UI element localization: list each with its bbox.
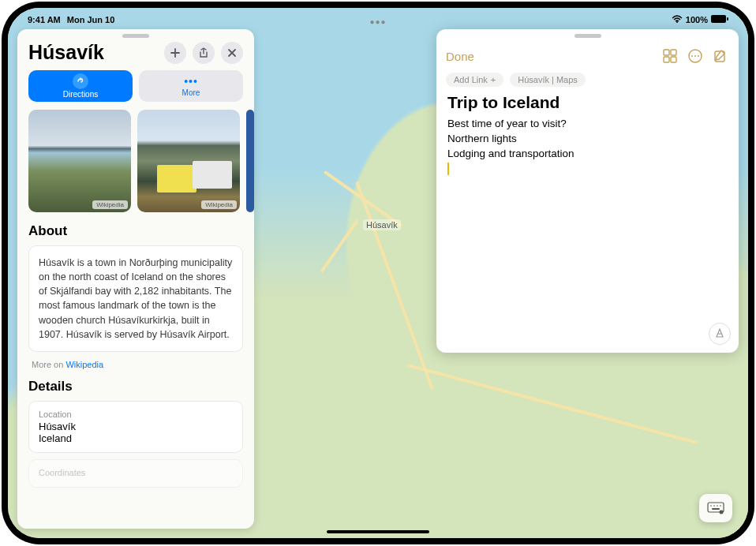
more-dots-icon: ••• [184, 75, 198, 88]
status-date: Mon Jun 10 [67, 15, 115, 24]
svg-point-13 [710, 505, 712, 507]
svg-point-8 [691, 55, 693, 57]
status-time: 9:41 AM [28, 15, 61, 24]
photo-carousel[interactable]: Wikipedia Wikipedia [17, 110, 254, 220]
svg-point-14 [713, 505, 715, 507]
svg-rect-17 [712, 508, 720, 510]
svg-rect-1 [711, 15, 726, 23]
share-button[interactable] [193, 42, 215, 64]
svg-point-18 [720, 510, 724, 514]
svg-point-9 [694, 55, 696, 57]
note-editor[interactable]: Trip to Iceland Best time of year to vis… [436, 93, 739, 353]
compose-icon[interactable] [712, 47, 729, 65]
svg-point-15 [717, 505, 718, 507]
directions-button[interactable]: Directions [28, 70, 133, 102]
detail-coordinates: Coordinates [28, 459, 243, 488]
detail-location-v1: Húsavík [39, 421, 233, 432]
note-title: Trip to Iceland [447, 93, 728, 112]
wifi-icon [672, 15, 683, 24]
svg-rect-3 [664, 50, 669, 55]
place-photo-2[interactable]: Wikipedia [137, 110, 240, 212]
close-button[interactable] [221, 42, 243, 64]
directions-arrow-icon [73, 73, 88, 89]
svg-point-16 [720, 505, 721, 507]
svg-rect-2 [727, 17, 728, 21]
note-grabber[interactable] [574, 34, 601, 38]
svg-rect-6 [671, 57, 676, 62]
detail-location-label: Location [39, 410, 233, 419]
svg-point-10 [698, 55, 699, 57]
place-title: Húsavík [28, 41, 158, 64]
place-photo-1[interactable]: Wikipedia [28, 110, 131, 212]
photo-2-credit: Wikipedia [201, 200, 237, 209]
more-label: More [182, 88, 200, 97]
multitask-dots-icon[interactable]: ●●● [369, 17, 386, 26]
svg-point-0 [676, 21, 678, 23]
add-button[interactable] [164, 42, 186, 64]
more-on-wikipedia[interactable]: More on Wikipedia [32, 360, 240, 369]
details-heading: Details [28, 379, 243, 395]
place-photo-3-peek[interactable] [246, 110, 254, 212]
home-indicator[interactable] [327, 530, 429, 533]
wikipedia-link[interactable]: Wikipedia [65, 360, 103, 369]
about-heading: About [28, 223, 243, 239]
keyboard-button[interactable] [699, 494, 732, 522]
gallery-view-icon[interactable] [661, 47, 679, 65]
more-button[interactable]: ••• More [139, 70, 243, 102]
svg-rect-4 [671, 50, 676, 55]
more-options-icon[interactable] [687, 47, 704, 65]
photo-1-credit: Wikipedia [92, 200, 128, 209]
detail-location: Location Húsavík Iceland [28, 401, 243, 453]
battery-icon [711, 15, 728, 24]
detail-location-v2: Iceland [39, 432, 233, 444]
map-link-chip[interactable]: Húsavík | Maps [510, 73, 586, 87]
battery-percent: 100% [686, 15, 708, 24]
card-grabber[interactable] [122, 34, 149, 38]
about-text: Húsavík is a town in Norðurþing municipa… [28, 245, 243, 352]
note-done-button[interactable]: Done [446, 50, 653, 63]
note-line-3: Lodging and transportation [447, 147, 728, 162]
plus-icon: + [491, 75, 496, 84]
directions-label: Directions [63, 90, 98, 99]
note-line-2: Northern lights [447, 132, 728, 147]
markup-icon[interactable] [709, 323, 731, 345]
detail-coords-label: Coordinates [39, 468, 233, 477]
note-line-1: Best time of year to visit? [447, 117, 728, 132]
add-link-chip[interactable]: Add Link + [446, 73, 503, 87]
map-place-label[interactable]: Húsavík [363, 219, 401, 230]
quick-note-panel: Done Add Link + Húsavík | Maps Trip to I… [436, 29, 739, 353]
place-card: Húsavík Directions ••• More [17, 29, 254, 529]
svg-rect-5 [664, 57, 669, 62]
text-cursor [447, 163, 449, 175]
